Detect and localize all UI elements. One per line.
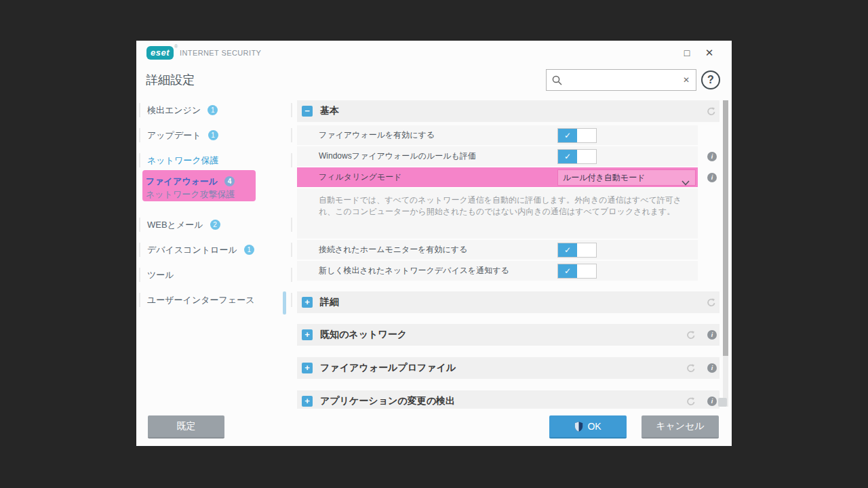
section-title: 詳細 xyxy=(320,296,339,308)
section-title: 基本 xyxy=(320,105,339,117)
sidebar-item-label: ツール xyxy=(147,269,174,281)
sidebar-scrollbar-thumb[interactable] xyxy=(283,291,286,314)
expand-icon[interactable]: + xyxy=(302,329,313,340)
info-icon[interactable]: i xyxy=(707,173,717,182)
sidebar-item-label: デバイスコントロール xyxy=(147,244,237,256)
check-icon: ✓ xyxy=(558,264,577,278)
uac-shield-icon xyxy=(574,422,583,432)
content-scrollbar-thumb[interactable] xyxy=(723,100,728,356)
setting-row-evaluate-windows-firewall: Windowsファイアウォールのルールも評価 ✓ xyxy=(297,146,698,166)
setting-row-enable-firewall: ファイアウォールを有効にする ✓ xyxy=(297,125,698,145)
filtering-mode-select[interactable]: ルール付き自動モード xyxy=(557,169,696,186)
setting-label: ファイアウォールを有効にする xyxy=(319,129,435,141)
setting-label: Windowsファイアウォールのルールも評価 xyxy=(319,150,476,162)
section-header-firewall-profiles[interactable]: + ファイアウォールプロファイル xyxy=(297,357,719,379)
setting-row-notify-new-devices: 新しく検出されたネットワークデバイスを通知する ✓ xyxy=(297,261,698,281)
section-header-known-networks[interactable]: + 既知のネットワーク xyxy=(297,324,719,346)
footer-bar: 既定 OK キャンセル xyxy=(136,409,732,446)
revert-icon[interactable] xyxy=(707,106,716,116)
resize-grip[interactable] xyxy=(718,398,727,407)
search-input[interactable] xyxy=(566,70,674,89)
help-button[interactable]: ? xyxy=(701,70,720,89)
search-box: ✕ xyxy=(546,69,696,91)
info-icon[interactable]: i xyxy=(707,396,717,406)
toggle-notify-new-devices[interactable]: ✓ xyxy=(557,264,597,279)
count-badge: 4 xyxy=(224,176,235,186)
section-title: ファイアウォールプロファイル xyxy=(320,362,456,374)
registered-mark: ® xyxy=(174,44,178,49)
sidebar-item-web-email[interactable]: WEBとメール 2 xyxy=(139,218,292,232)
ok-button-label: OK xyxy=(587,421,601,432)
toggle-evaluate-windows-firewall[interactable]: ✓ xyxy=(557,149,597,164)
count-badge: 1 xyxy=(208,105,218,115)
sidebar-item-label: WEBとメール xyxy=(147,219,203,231)
revert-icon[interactable] xyxy=(686,396,696,406)
count-badge: 1 xyxy=(208,130,218,140)
revert-icon[interactable] xyxy=(686,330,696,340)
close-icon[interactable]: ✕ xyxy=(702,46,717,60)
sidebar-item-label: ユーザーインターフェース xyxy=(147,294,254,306)
sidebar-item-network-protection[interactable]: ネットワーク保護 xyxy=(139,153,292,167)
revert-icon[interactable] xyxy=(707,298,716,307)
expand-icon[interactable]: + xyxy=(302,396,313,407)
sidebar-item-detection-engine[interactable]: 検出エンジン 1 xyxy=(139,103,292,117)
page-title: 詳細設定 xyxy=(146,72,195,88)
advanced-setup-window: eset ® INTERNET SECURITY □ ✕ 詳細設定 ✕ ? 検出… xyxy=(136,41,732,446)
info-icon[interactable]: i xyxy=(707,363,717,373)
selected-option: ルール付き自動モード xyxy=(563,173,645,182)
cancel-button-label: キャンセル xyxy=(656,420,705,432)
setting-label: 新しく検出されたネットワークデバイスを通知する xyxy=(319,265,509,277)
revert-icon[interactable] xyxy=(686,363,696,373)
section-title: 既知のネットワーク xyxy=(320,329,407,341)
setting-row-home-monitor: 接続されたホームモニターを有効にする ✓ xyxy=(297,240,698,260)
sidebar-item-device-control[interactable]: デバイスコントロール 1 xyxy=(139,243,292,257)
eset-logo: eset xyxy=(146,46,174,60)
setting-row-filtering-mode: フィルタリングモード ルール付き自動モード xyxy=(297,167,698,187)
sidebar-item-network-attack-protection[interactable]: ネットワーク攻撃保護 xyxy=(139,187,292,201)
sidebar-item-user-interface[interactable]: ユーザーインターフェース xyxy=(139,293,292,307)
mode-description: 自動モードでは、すべてのネットワーク通信を自動的に評価します。外向きの通信はすべ… xyxy=(297,188,698,239)
sidebar-item-label: ネットワーク保護 xyxy=(147,155,219,167)
expand-icon[interactable]: + xyxy=(302,297,313,308)
sidebar-item-tools[interactable]: ツール xyxy=(139,268,292,282)
sidebar-item-label: アップデート xyxy=(147,129,201,142)
info-icon[interactable]: i xyxy=(707,152,717,161)
collapse-icon[interactable]: − xyxy=(302,106,313,117)
content-scrollbar-track[interactable] xyxy=(723,100,728,407)
section-header-advanced[interactable]: + 詳細 xyxy=(297,291,719,313)
ok-button[interactable]: OK xyxy=(549,415,627,439)
sidebar-item-label: ファイアウォール xyxy=(146,176,218,188)
cancel-button[interactable]: キャンセル xyxy=(642,415,719,439)
sidebar-item-firewall[interactable]: ファイアウォール 4 xyxy=(139,174,292,188)
default-button[interactable]: 既定 xyxy=(148,415,224,439)
section-title: アプリケーションの変更の検出 xyxy=(320,395,455,407)
toggle-home-monitor[interactable]: ✓ xyxy=(557,243,597,258)
count-badge: 2 xyxy=(210,220,220,230)
setting-label: 接続されたホームモニターを有効にする xyxy=(319,244,467,256)
expand-icon[interactable]: + xyxy=(302,363,313,373)
count-badge: 1 xyxy=(244,245,254,255)
mode-description-text: 自動モードでは、すべてのネットワーク通信を自動的に評価します。外向きの通信はすべ… xyxy=(319,195,692,218)
section-header-basic[interactable]: − 基本 xyxy=(297,100,719,122)
sidebar-item-label: 検出エンジン xyxy=(147,104,201,117)
check-icon: ✓ xyxy=(558,150,577,163)
sidebar-item-label: ネットワーク攻撃保護 xyxy=(146,188,235,201)
sidebar-item-update[interactable]: アップデート 1 xyxy=(139,128,292,142)
toggle-enable-firewall[interactable]: ✓ xyxy=(557,128,597,143)
check-icon: ✓ xyxy=(558,243,577,257)
maximize-icon[interactable]: □ xyxy=(679,46,694,60)
product-name: INTERNET SECURITY xyxy=(180,49,261,57)
setting-label: フィルタリングモード xyxy=(319,171,402,183)
default-button-label: 既定 xyxy=(177,420,196,432)
info-icon[interactable]: i xyxy=(707,330,717,340)
check-icon: ✓ xyxy=(558,129,577,142)
search-clear-icon[interactable]: ✕ xyxy=(683,75,690,85)
search-icon xyxy=(551,75,563,89)
